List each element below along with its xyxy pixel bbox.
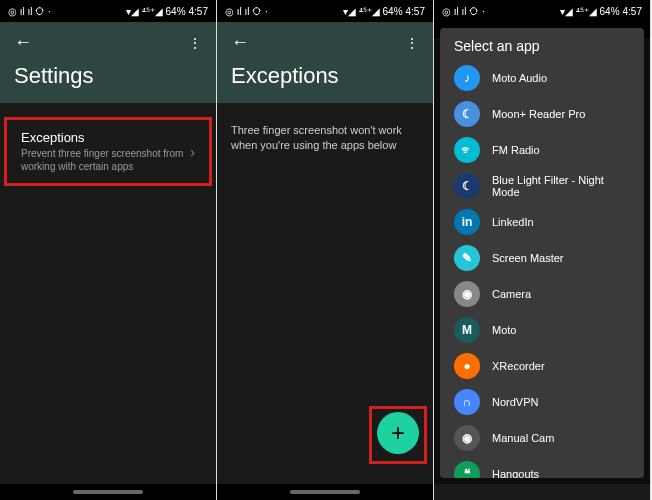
app-label: Moon+ Reader Pro (492, 108, 585, 120)
app-row[interactable]: ᯤFM Radio (440, 132, 644, 168)
item-title: Exceptions (21, 130, 190, 145)
app-row[interactable]: ♪Moto Audio (440, 60, 644, 96)
clock: 4:57 (623, 6, 642, 17)
content-area: Three finger screenshot won't work when … (217, 103, 433, 484)
app-label: Moto (492, 324, 516, 336)
highlight-box: Exceptions Prevent three finger screensh… (4, 117, 212, 186)
status-bar: ◎ ıl ıl 🌣 · ▾◢ ⁴⁵⁺◢ 64% 4:57 (0, 0, 216, 22)
battery-text: 64% (600, 6, 620, 17)
info-text: Three finger screenshot won't work when … (217, 117, 433, 168)
app-icon: ♪ (454, 65, 480, 91)
plus-icon: + (391, 419, 405, 447)
app-icon: in (454, 209, 480, 235)
app-list[interactable]: ♪Moto Audio☾Moon+ Reader ProᯤFM Radio☾Bl… (440, 60, 644, 478)
content-area: Exceptions Prevent three finger screensh… (0, 103, 216, 484)
app-row[interactable]: ◉Camera (440, 276, 644, 312)
app-row[interactable]: ✎Screen Master (440, 240, 644, 276)
app-label: Hangouts (492, 468, 539, 478)
app-icon: ◉ (454, 281, 480, 307)
app-label: NordVPN (492, 396, 538, 408)
app-row[interactable]: ☾Blue Light Filter - Night Mode (440, 168, 644, 204)
status-right: ▾◢ ⁴⁵⁺◢ 64% 4:57 (560, 6, 642, 17)
status-left: ◎ ıl ıl 🌣 · (225, 6, 268, 17)
overflow-menu-icon[interactable]: ⋮ (188, 35, 202, 51)
overflow-menu-icon[interactable]: ⋮ (405, 35, 419, 51)
modal-overlay[interactable]: Select an app ♪Moto Audio☾Moon+ Reader P… (434, 22, 650, 484)
battery-text: 64% (383, 6, 403, 17)
sheet-title: Select an app (440, 28, 644, 60)
app-icon: ✎ (454, 245, 480, 271)
app-row[interactable]: ●XRecorder (440, 348, 644, 384)
app-row[interactable]: ❝Hangouts (440, 456, 644, 478)
status-left: ◎ ıl ıl 🌣 · (8, 6, 51, 17)
app-label: Manual Cam (492, 432, 554, 444)
add-button[interactable]: + (377, 412, 419, 454)
app-row[interactable]: MMoto (440, 312, 644, 348)
app-label: Blue Light Filter - Night Mode (492, 174, 630, 198)
app-row[interactable]: inLinkedIn (440, 204, 644, 240)
back-icon[interactable]: ← (231, 32, 249, 53)
app-label: Screen Master (492, 252, 564, 264)
header: ← ⋮ Settings (0, 22, 216, 103)
nav-bar[interactable] (0, 484, 216, 500)
item-subtitle: Prevent three finger screenshot from wor… (21, 147, 190, 173)
app-picker-sheet: Select an app ♪Moto Audio☾Moon+ Reader P… (440, 28, 644, 478)
battery-text: 64% (166, 6, 186, 17)
app-label: LinkedIn (492, 216, 534, 228)
chevron-right-icon: › (190, 144, 195, 160)
signal-icon: ▾◢ ⁴⁵⁺◢ (343, 6, 380, 17)
status-bar: ◎ ıl ıl 🌣 · ▾◢ ⁴⁵⁺◢ 64% 4:57 (434, 0, 650, 22)
app-label: Camera (492, 288, 531, 300)
back-icon[interactable]: ← (14, 32, 32, 53)
app-row[interactable]: ☾Moon+ Reader Pro (440, 96, 644, 132)
status-left: ◎ ıl ıl 🌣 · (442, 6, 485, 17)
app-icon: ◉ (454, 425, 480, 451)
screen-app-picker: ◎ ıl ıl 🌣 · ▾◢ ⁴⁵⁺◢ 64% 4:57 Select an a… (434, 0, 651, 500)
app-row[interactable]: ◉Manual Cam (440, 420, 644, 456)
app-icon: ☾ (454, 173, 480, 199)
screen-settings: ◎ ıl ıl 🌣 · ▾◢ ⁴⁵⁺◢ 64% 4:57 ← ⋮ Setting… (0, 0, 217, 500)
app-icon: ❝ (454, 461, 480, 478)
nav-bar[interactable] (217, 484, 433, 500)
page-title: Settings (14, 63, 202, 89)
status-bar: ◎ ıl ıl 🌣 · ▾◢ ⁴⁵⁺◢ 64% 4:57 (217, 0, 433, 22)
app-label: XRecorder (492, 360, 545, 372)
status-right: ▾◢ ⁴⁵⁺◢ 64% 4:57 (126, 6, 208, 17)
exceptions-item[interactable]: Exceptions Prevent three finger screensh… (7, 120, 209, 183)
clock: 4:57 (406, 6, 425, 17)
signal-icon: ▾◢ ⁴⁵⁺◢ (560, 6, 597, 17)
screen-exceptions: ◎ ıl ıl 🌣 · ▾◢ ⁴⁵⁺◢ 64% 4:57 ← ⋮ Excepti… (217, 0, 434, 500)
status-right: ▾◢ ⁴⁵⁺◢ 64% 4:57 (343, 6, 425, 17)
app-icon: ● (454, 353, 480, 379)
app-row[interactable]: ∩NordVPN (440, 384, 644, 420)
app-label: FM Radio (492, 144, 540, 156)
app-icon: ☾ (454, 101, 480, 127)
signal-icon: ▾◢ ⁴⁵⁺◢ (126, 6, 163, 17)
app-label: Moto Audio (492, 72, 547, 84)
app-icon: ∩ (454, 389, 480, 415)
header: ← ⋮ Exceptions (217, 22, 433, 103)
app-icon: M (454, 317, 480, 343)
app-icon: ᯤ (454, 137, 480, 163)
page-title: Exceptions (231, 63, 419, 89)
clock: 4:57 (189, 6, 208, 17)
